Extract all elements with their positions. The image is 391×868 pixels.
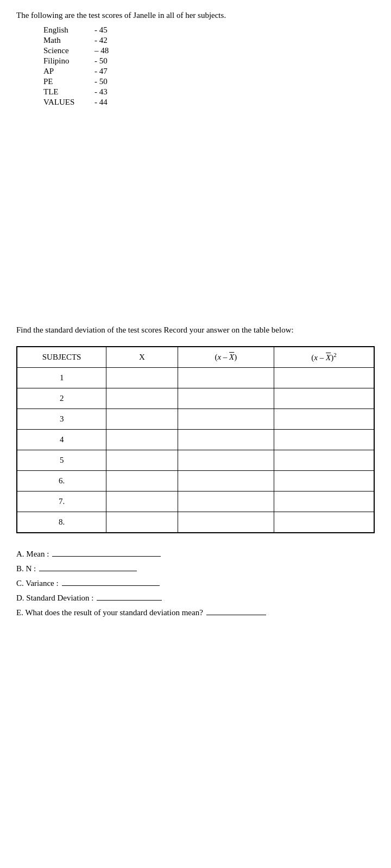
score-value: - 44 <box>94 98 108 107</box>
score-value: – 48 <box>94 46 109 55</box>
list-item: PE - 50 <box>43 77 375 86</box>
scores-list: English - 45 Math - 42 Science – 48 Fili… <box>43 25 375 107</box>
row-xbar2 <box>274 470 374 491</box>
score-value: - 43 <box>94 87 108 97</box>
mean-line <box>52 556 161 557</box>
list-item: TLE - 43 <box>43 87 375 97</box>
table-header-row: SUBJECTS X (x – X) (x – X)2 <box>17 347 374 367</box>
row-xbar <box>178 388 274 409</box>
list-item: Science – 48 <box>43 46 375 55</box>
mean-label: A. Mean : <box>16 550 49 559</box>
row-x <box>106 388 178 409</box>
row-x <box>106 491 178 512</box>
row-xbar2 <box>274 512 374 532</box>
subject-name: TLE <box>43 87 92 97</box>
intro-text: The following are the test scores of Jan… <box>16 11 375 20</box>
score-value: - 50 <box>94 77 108 86</box>
row-x <box>106 450 178 470</box>
row-x <box>106 429 178 450</box>
row-x <box>106 367 178 388</box>
row-xbar2 <box>274 367 374 388</box>
row-x <box>106 512 178 532</box>
variance-line <box>62 585 160 586</box>
table-row: 3 <box>17 409 374 429</box>
table-row: 5 <box>17 450 374 470</box>
row-xbar <box>178 409 274 429</box>
table-row: 1 <box>17 367 374 388</box>
instruction-text: Find the standard deviation of the test … <box>16 324 375 336</box>
col-header-x: X <box>106 347 178 367</box>
subject-name: VALUES <box>43 98 92 107</box>
subject-name: PE <box>43 77 92 86</box>
row-xbar <box>178 450 274 470</box>
data-table: SUBJECTS X (x – X) (x – X)2 1 2 3 <box>17 347 374 533</box>
subject-name: Filipino <box>43 56 92 66</box>
row-number: 3 <box>17 409 106 429</box>
answers-section: A. Mean : B. N : C. Variance : D. Standa… <box>16 550 375 617</box>
row-number: 8. <box>17 512 106 532</box>
table-row: 7. <box>17 491 374 512</box>
subject-name: AP <box>43 67 92 76</box>
row-number: 2 <box>17 388 106 409</box>
subject-name: Math <box>43 36 92 45</box>
answer-sd: D. Standard Deviation : <box>16 593 375 603</box>
col-header-xbar: (x – X) <box>178 347 274 367</box>
subject-name: Science <box>43 46 92 55</box>
n-line <box>39 571 137 571</box>
sd-label: D. Standard Deviation : <box>16 593 93 603</box>
row-xbar <box>178 470 274 491</box>
row-number: 4 <box>17 429 106 450</box>
row-xbar <box>178 491 274 512</box>
table-row: 4 <box>17 429 374 450</box>
row-number: 1 <box>17 367 106 388</box>
col-header-xbar2: (x – X)2 <box>274 347 374 367</box>
list-item: VALUES - 44 <box>43 98 375 107</box>
score-value: - 47 <box>94 67 108 76</box>
sd-line <box>97 600 162 601</box>
table-row: 2 <box>17 388 374 409</box>
row-number: 6. <box>17 470 106 491</box>
col-header-subjects: SUBJECTS <box>17 347 106 367</box>
row-xbar2 <box>274 388 374 409</box>
row-xbar <box>178 512 274 532</box>
row-xbar2 <box>274 491 374 512</box>
list-item: Filipino - 50 <box>43 56 375 66</box>
row-xbar2 <box>274 450 374 470</box>
row-x <box>106 409 178 429</box>
row-xbar2 <box>274 409 374 429</box>
table-row: 6. <box>17 470 374 491</box>
n-label: B. N : <box>16 564 36 573</box>
row-xbar <box>178 367 274 388</box>
row-xbar <box>178 429 274 450</box>
row-number: 7. <box>17 491 106 512</box>
row-xbar2 <box>274 429 374 450</box>
data-table-container: SUBJECTS X (x – X) (x – X)2 1 2 3 <box>16 346 375 533</box>
answer-n: B. N : <box>16 564 375 573</box>
result-label: E. What does the result of your standard… <box>16 608 203 617</box>
row-x <box>106 470 178 491</box>
table-row: 8. <box>17 512 374 532</box>
score-value: - 50 <box>94 56 108 66</box>
answer-mean: A. Mean : <box>16 550 375 559</box>
list-item: Math - 42 <box>43 36 375 45</box>
result-line <box>206 615 266 615</box>
subject-name: English <box>43 25 92 35</box>
answer-result: E. What does the result of your standard… <box>16 608 375 617</box>
list-item: English - 45 <box>43 25 375 35</box>
score-value: - 45 <box>94 25 108 35</box>
variance-label: C. Variance : <box>16 579 59 588</box>
list-item: AP - 47 <box>43 67 375 76</box>
answer-variance: C. Variance : <box>16 579 375 588</box>
score-value: - 42 <box>94 36 108 45</box>
row-number: 5 <box>17 450 106 470</box>
